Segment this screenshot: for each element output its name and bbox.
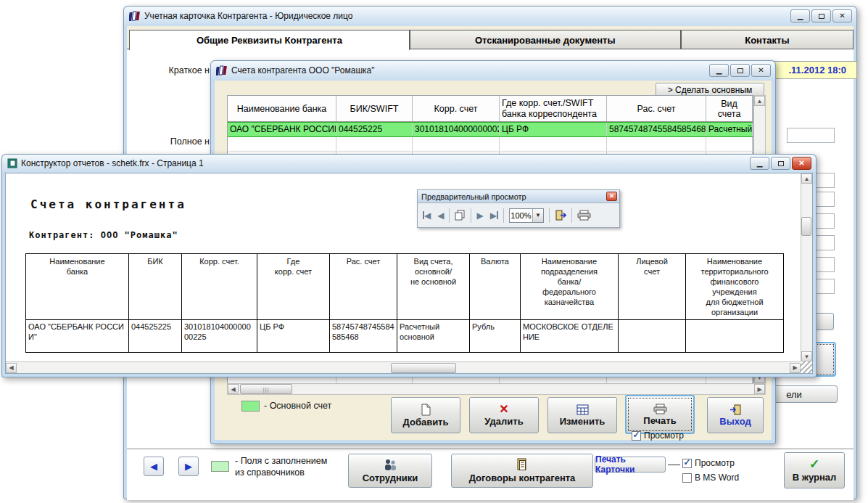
prev-page-icon[interactable]: ◀ (437, 211, 444, 220)
rcell-corr-account: 30101810400000000225 (182, 320, 257, 353)
employees-button[interactable]: Сотрудники (348, 454, 432, 488)
minimize-button[interactable]: ▁ (709, 64, 729, 77)
contractor-card-titlebar[interactable]: Учетная карточка Контрагента - Юридическ… (124, 7, 856, 25)
close-preview-door-icon[interactable] (555, 210, 566, 221)
close-button[interactable]: ✕ (832, 9, 852, 23)
tab-contacts[interactable]: Контакты (681, 30, 853, 49)
report-table: Наименование банка БИК Корр. счет. Где к… (25, 253, 784, 353)
print-preview-checkbox[interactable] (632, 431, 641, 441)
scroll-up-icon[interactable]: ▲ (754, 96, 765, 106)
tab-scanned-documents[interactable]: Отсканированные документы (410, 30, 681, 49)
close-icon[interactable]: ✕ (606, 192, 617, 201)
full-name-label: Полное н (127, 136, 210, 147)
empty-cell (413, 137, 500, 151)
contracts-button[interactable]: Договоры контрагента (451, 454, 593, 488)
goto-page-icon[interactable] (455, 210, 466, 221)
cell-corr-account: 3010181040000000022 (413, 123, 500, 136)
scroll-down-icon[interactable]: ▼ (801, 351, 812, 361)
col-bank-name[interactable]: Наименование банка (228, 96, 336, 121)
accounts-titlebar[interactable]: Счета контрагента ООО "Ромашка" ▁ ✕ (211, 61, 775, 80)
col-bik-swift[interactable]: БИК/SWIFT (336, 96, 413, 121)
rcol-bik: БИК (129, 254, 182, 320)
preview-checkbox-label: Просмотр (695, 458, 735, 468)
primary-account-legend-swatch (241, 401, 260, 412)
red-x-icon: ✕ (499, 404, 508, 415)
add-button-label: Добавить (403, 417, 449, 428)
journal-button[interactable]: ✓ В журнал (784, 452, 845, 488)
zoom-select[interactable]: 100% ▼ (509, 208, 544, 223)
col-account-type[interactable]: Вид счета (706, 96, 753, 121)
empty-cell (500, 137, 607, 151)
scroll-right-icon[interactable]: ▶ (754, 384, 765, 394)
scroll-left-icon[interactable]: ◀ (228, 384, 239, 394)
accounts-horizontal-scrollbar[interactable]: ◀ ||| ▶ (227, 383, 766, 395)
books-app-icon (129, 11, 141, 21)
empty-cell (706, 137, 753, 151)
preview-checkbox[interactable] (682, 459, 692, 468)
preview-toolbar-titlebar[interactable]: Предварительный просмотр ✕ (418, 190, 619, 203)
rcol-corr-location: Где корр. счет (257, 254, 330, 320)
chevron-down-icon[interactable]: ▼ (532, 209, 543, 222)
msword-checkbox[interactable] (682, 473, 692, 483)
exit-button[interactable]: Выход (707, 397, 764, 433)
edit-button[interactable]: Изменить (547, 397, 617, 433)
maximize-button[interactable] (811, 9, 831, 23)
minimize-button[interactable]: ▁ (790, 9, 810, 23)
printer-icon[interactable] (577, 210, 591, 221)
maximize-button[interactable] (730, 64, 750, 77)
rcell-territorial-org (686, 320, 784, 353)
rcol-settlement-account: Рас. счет (330, 254, 397, 320)
employees-icon (383, 459, 397, 471)
next-page-icon[interactable]: ▶ (476, 211, 483, 220)
exit-button-label: Выход (719, 416, 751, 427)
contracts-button-label: Договоры контрагента (469, 473, 576, 483)
primary-account-legend-text: - Основной счет (264, 400, 331, 412)
print-button[interactable]: Печать (625, 395, 695, 434)
minimize-button[interactable]: ▁ (750, 157, 769, 170)
report-vertical-scrollbar[interactable]: ▲ ▼ (801, 173, 812, 361)
close-button[interactable]: ✕ (751, 64, 771, 77)
window-title: Учетная карточка Контрагента - Юридическ… (144, 11, 787, 21)
account-row-empty[interactable] (228, 137, 753, 152)
first-page-icon[interactable]: ◀ (423, 211, 431, 220)
empty-cell (228, 137, 336, 151)
print-card-button[interactable]: Печать Карточки (595, 457, 666, 473)
add-button[interactable]: Добавить (391, 397, 460, 433)
close-button[interactable]: ✕ (792, 157, 811, 170)
cell-corr-location: ЦБ РФ (500, 123, 607, 136)
account-row-selected[interactable]: ОАО "СБЕРБАНК РОССИИ" 044525225 30101810… (228, 122, 753, 137)
scroll-up-icon[interactable]: ▲ (801, 173, 812, 184)
check-icon: ✓ (809, 458, 819, 470)
resize-grip[interactable] (801, 361, 812, 373)
rcol-currency: Валюта (470, 254, 521, 320)
col-corr-account[interactable]: Корр. счет (413, 96, 500, 121)
delete-button[interactable]: ✕ Удалить (469, 397, 539, 433)
tab-general-details[interactable]: Общие Реквизиты Контрагента (129, 30, 410, 50)
col-settlement-account[interactable]: Рас. счет (607, 96, 706, 121)
cell-bik: 044525225 (336, 123, 413, 136)
journal-button-label: В журнал (793, 472, 837, 483)
prev-record-button[interactable] (144, 457, 164, 476)
printer-icon (653, 404, 667, 414)
window-title: Счета контрагента ООО "Ромашка" (231, 65, 706, 75)
report-titlebar[interactable]: Конструктор отчетов - schetk.frx - Стран… (2, 155, 816, 172)
print-preview-checkbox-label: Просмотр (644, 430, 684, 441)
books-app-icon (216, 65, 228, 75)
scrollbar-thumb[interactable] (391, 363, 456, 373)
scroll-left-icon[interactable]: ◀ (6, 363, 17, 373)
next-record-button[interactable] (178, 457, 199, 476)
rcell-currency: Рубль (470, 320, 521, 353)
scrollbar-thumb[interactable]: ||| (240, 384, 292, 394)
scroll-right-icon[interactable]: ▶ (790, 363, 801, 373)
rcol-bank-branch: Наименование подразделения банка/ федера… (521, 254, 619, 320)
msword-checkbox-label: В MS Word (695, 473, 739, 483)
scrollbar-thumb[interactable] (801, 217, 811, 236)
report-body: Счета контрагента Контрагент: ООО "Ромаш… (5, 173, 813, 374)
report-horizontal-scrollbar[interactable]: ◀ ▶ (6, 361, 801, 373)
col-corr-location[interactable]: Где корр. счет./SWIFT банка корреспонден… (500, 96, 607, 121)
report-data-row: ОАО "СБЕРБАНК РОССИИ" 044525225 30101810… (26, 320, 784, 353)
maximize-button[interactable] (771, 157, 790, 170)
last-page-icon[interactable]: ▶ (490, 211, 498, 220)
input-field[interactable] (787, 128, 835, 143)
empty-cell (607, 137, 706, 151)
